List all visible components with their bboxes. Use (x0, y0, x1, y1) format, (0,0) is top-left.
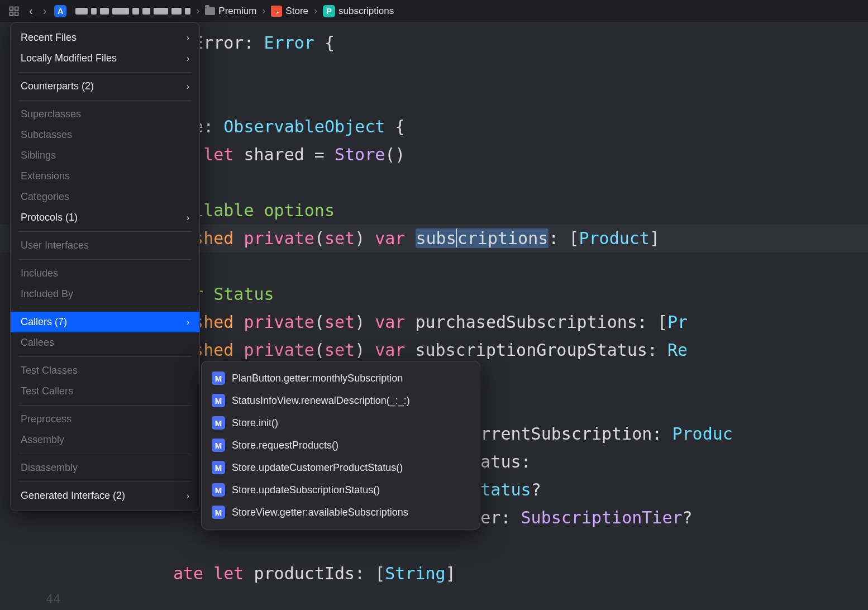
nav-back-button[interactable]: ‹ (27, 4, 35, 17)
menu-item-label: Test Callers (21, 385, 73, 397)
method-badge-icon: M (212, 506, 225, 519)
caller-item-label: Store.init() (232, 417, 278, 429)
menu-item-siblings: Siblings (11, 145, 199, 166)
caller-item[interactable]: MStatusInfoView.renewalDescription(_:_:) (202, 389, 480, 412)
menu-item-generated-iface[interactable]: Generated Interface (2)› (11, 485, 199, 506)
breadcrumb-symbol[interactable]: P subscriptions (323, 5, 394, 17)
caller-item-label: StoreView.getter:availableSubscriptions (232, 507, 408, 518)
menu-item-label: Superclasses (21, 108, 81, 120)
method-badge-icon: M (212, 461, 225, 474)
breadcrumb-file[interactable]: Store (271, 6, 308, 17)
menu-item-includes: Includes (11, 263, 199, 284)
menu-item-test-classes: Test Classes (11, 360, 199, 381)
breadcrumb-folder[interactable]: Premium (205, 6, 256, 17)
line-number: 44 (46, 592, 61, 606)
caller-item[interactable]: MStore.updateSubscriptionStatus() (202, 479, 480, 501)
menu-item-callers[interactable]: Callers (7)› (11, 312, 199, 332)
menu-item-categories: Categories (11, 187, 199, 207)
menu-separator (18, 100, 192, 101)
method-badge-icon: M (212, 439, 225, 452)
svg-rect-2 (10, 12, 13, 15)
menu-item-label: Siblings (21, 150, 56, 161)
caller-item-label: Store.updateCustomerProductStatus() (232, 462, 403, 474)
related-items-icon[interactable] (7, 4, 21, 18)
callers-submenu: MPlanButton.getter:monthlySubscriptionMS… (201, 361, 480, 530)
menu-item-included-by: Included By (11, 284, 199, 304)
menu-item-recent-files[interactable]: Recent Files› (11, 27, 199, 48)
menu-item-locally-modified[interactable]: Locally Modified Files› (11, 48, 199, 69)
nav-forward-button[interactable]: › (41, 4, 49, 17)
menu-item-user-interfaces: User Interfaces (11, 235, 199, 256)
caller-item-label: PlanButton.getter:monthlySubscription (232, 373, 403, 384)
caller-item[interactable]: MStoreView.getter:availableSubscriptions (202, 501, 480, 523)
menu-separator (18, 454, 192, 454)
menu-item-subclasses: Subclasses (11, 125, 199, 145)
menu-separator (18, 308, 192, 308)
caller-item-label: StatusInfoView.renewalDescription(_:_:) (232, 395, 410, 407)
menu-item-label: Disassembly (21, 462, 78, 474)
chevron-right-icon: › (187, 82, 189, 92)
menu-item-label: Counterparts (2) (21, 80, 94, 92)
menu-item-label: Protocols (1) (21, 212, 78, 223)
menu-item-label: Preprocess (21, 413, 71, 425)
chevron-right-icon: › (196, 5, 199, 17)
menu-item-preprocess: Preprocess (11, 409, 199, 430)
menu-item-label: Callees (21, 337, 54, 349)
menu-item-extensions: Extensions (11, 166, 199, 187)
caller-item-label: Store.requestProducts() (232, 440, 338, 451)
caller-item[interactable]: MPlanButton.getter:monthlySubscription (202, 367, 480, 389)
chevron-right-icon: › (187, 213, 189, 223)
chevron-right-icon: › (187, 33, 189, 43)
svg-rect-0 (10, 7, 13, 10)
menu-item-label: Subclasses (21, 129, 72, 141)
menu-separator (18, 356, 192, 357)
menu-separator (18, 259, 192, 260)
project-icon[interactable]: A (54, 5, 66, 17)
menu-item-label: Assembly (21, 434, 64, 446)
method-badge-icon: M (212, 483, 225, 497)
menu-item-label: Includes (21, 268, 58, 279)
breadcrumb-label: Premium (218, 6, 256, 17)
menu-item-disassembly: Disassembly (11, 458, 199, 478)
method-badge-icon: M (212, 371, 225, 385)
breadcrumb-label: subscriptions (338, 6, 394, 17)
svg-rect-1 (15, 7, 18, 10)
menu-item-label: Callers (7) (21, 316, 67, 328)
menu-item-superclasses: Superclasses (11, 104, 199, 125)
menu-item-callees: Callees (11, 332, 199, 353)
menu-item-assembly: Assembly (11, 430, 199, 450)
menu-item-test-callers: Test Callers (11, 381, 199, 402)
method-badge-icon: M (212, 416, 225, 430)
folder-icon (205, 7, 215, 15)
related-items-menu: Recent Files›Locally Modified Files›Coun… (10, 22, 200, 511)
chevron-right-icon: › (262, 5, 265, 17)
menu-item-label: Categories (21, 191, 69, 203)
menu-item-label: Generated Interface (2) (21, 490, 125, 502)
menu-separator (18, 482, 192, 482)
chevron-right-icon: › (187, 317, 189, 327)
menu-item-protocols[interactable]: Protocols (1)› (11, 207, 199, 228)
menu-item-label: Locally Modified Files (21, 53, 117, 64)
caller-item[interactable]: MStore.updateCustomerProductStatus() (202, 456, 480, 479)
menu-item-label: Extensions (21, 170, 70, 182)
menu-item-label: Test Classes (21, 365, 78, 377)
breadcrumb-label: Store (285, 6, 308, 17)
swift-icon (271, 6, 282, 17)
menu-item-label: Recent Files (21, 32, 77, 44)
menu-separator (18, 231, 192, 232)
caller-item[interactable]: MStore.requestProducts() (202, 434, 480, 456)
method-badge-icon: M (212, 394, 225, 407)
svg-rect-3 (15, 12, 18, 15)
menu-item-label: Included By (21, 288, 73, 300)
chevron-right-icon: › (314, 5, 317, 17)
caller-item-label: Store.updateSubscriptionStatus() (232, 484, 380, 496)
caller-item[interactable]: MStore.init() (202, 412, 480, 434)
property-badge-icon: P (323, 5, 335, 17)
editor-toolbar: ‹ › A › Premium › Store › P subscription… (0, 0, 868, 22)
redacted-path (75, 8, 190, 15)
menu-separator (18, 72, 192, 73)
menu-item-counterparts[interactable]: Counterparts (2)› (11, 76, 199, 97)
menu-separator (18, 405, 192, 406)
menu-item-label: User Interfaces (21, 240, 89, 251)
chevron-right-icon: › (187, 491, 189, 501)
